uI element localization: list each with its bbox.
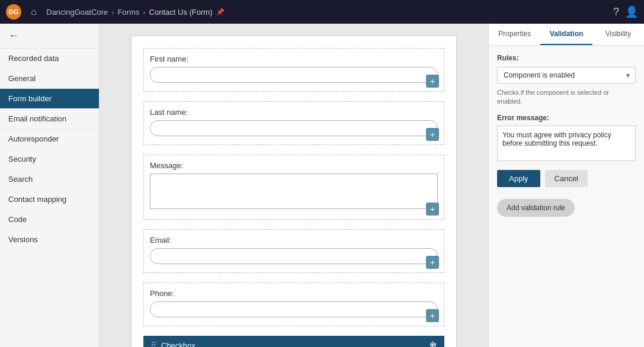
add-field-after-email[interactable]: + — [426, 256, 439, 269]
checkbox-component: ⠿ Checkbox 🗑 Privacy policy agreement: I… — [143, 336, 444, 347]
pin-icon: 📌 — [216, 8, 225, 16]
breadcrumb: DancingGoatCore › Forms › Contact Us (Fo… — [46, 8, 608, 17]
dropdown-hint-text: Checks if the component is selected or e… — [497, 88, 636, 107]
field-email-input[interactable] — [150, 248, 438, 264]
sidebar: ← Recorded data General Form builder Ema… — [0, 24, 100, 347]
field-message-input[interactable] — [150, 174, 438, 209]
add-field-after-message[interactable]: + — [426, 203, 439, 216]
add-validation-rule-button[interactable]: Add validation rule — [497, 199, 575, 217]
add-field-after-lastname[interactable]: + — [426, 128, 439, 141]
main-layout: ← Recorded data General Form builder Ema… — [0, 24, 644, 347]
field-first-name-label: First name: — [150, 54, 438, 63]
sidebar-item-contact-mapping[interactable]: Contact mapping — [0, 189, 99, 210]
drag-handle-icon[interactable]: ⠿ — [150, 340, 156, 347]
field-last-name: Last name: + — [143, 101, 444, 145]
sidebar-item-form-builder[interactable]: Form builder — [0, 89, 99, 109]
component-enabled-dropdown[interactable]: Component is enabled — [497, 67, 636, 83]
field-phone: Phone: + — [143, 282, 444, 326]
tab-visibility[interactable]: Visibility — [592, 24, 644, 45]
field-last-name-input[interactable] — [150, 120, 438, 136]
form-canvas-area: First name: + Last name: + Message: + Em… — [100, 24, 488, 347]
field-phone-label: Phone: — [150, 289, 438, 298]
sidebar-item-code[interactable]: Code — [0, 210, 99, 230]
field-first-name-input[interactable] — [150, 67, 438, 83]
form-canvas: First name: + Last name: + Message: + Em… — [131, 36, 457, 347]
field-first-name: First name: + — [143, 48, 444, 92]
sidebar-back-button[interactable]: ← — [0, 24, 99, 49]
field-email: Email: + — [143, 229, 444, 273]
sidebar-item-recorded-data[interactable]: Recorded data — [0, 49, 99, 69]
apply-button[interactable]: Apply — [497, 170, 540, 187]
sidebar-item-security[interactable]: Security — [0, 149, 99, 169]
breadcrumb-root[interactable]: DancingGoatCore — [46, 8, 108, 17]
error-message-textarea[interactable]: You must agree with privacy policy befor… — [497, 126, 636, 161]
sidebar-item-autoresponder[interactable]: Autoresponder — [0, 129, 99, 149]
user-icon[interactable]: 👤 — [625, 5, 638, 18]
field-message: Message: + — [143, 155, 444, 220]
cancel-button[interactable]: Cancel — [545, 170, 588, 187]
sidebar-item-search[interactable]: Search — [0, 169, 99, 189]
breadcrumb-sep-2: › — [143, 8, 145, 17]
sidebar-item-versions[interactable]: Versions — [0, 230, 99, 250]
topbar: DG ⌂ DancingGoatCore › Forms › Contact U… — [0, 0, 644, 24]
tab-validation[interactable]: Validation — [540, 24, 592, 45]
rules-label: Rules: — [497, 54, 636, 62]
add-field-after-phone[interactable]: + — [426, 309, 439, 322]
topbar-actions: ? 👤 — [613, 5, 638, 18]
error-message-label: Error message: — [497, 114, 636, 122]
checkbox-component-title: Checkbox — [161, 341, 424, 348]
panel-tabs: Properties Validation Visibility — [489, 24, 644, 46]
sidebar-item-general[interactable]: General — [0, 69, 99, 89]
breadcrumb-current: Contact Us (Form) — [149, 8, 213, 17]
help-icon[interactable]: ? — [613, 6, 619, 18]
field-message-label: Message: — [150, 161, 438, 170]
panel-actions: Apply Cancel — [497, 170, 636, 187]
delete-checkbox-button[interactable]: 🗑 — [429, 340, 437, 347]
add-field-after-firstname[interactable]: + — [426, 75, 439, 88]
checkbox-component-header: ⠿ Checkbox 🗑 — [145, 337, 443, 347]
breadcrumb-sep-1: › — [111, 8, 114, 17]
field-email-label: Email: — [150, 236, 438, 245]
field-last-name-label: Last name: — [150, 108, 438, 117]
right-panel: Properties Validation Visibility Rules: … — [488, 24, 644, 347]
home-icon[interactable]: ⌂ — [26, 4, 41, 20]
tab-properties[interactable]: Properties — [489, 24, 540, 45]
component-enabled-dropdown-wrap: Component is enabled ▼ — [497, 67, 636, 83]
field-phone-input[interactable] — [150, 301, 438, 317]
app-logo: DG — [6, 4, 21, 20]
panel-content: Rules: Component is enabled ▼ Checks if … — [489, 46, 644, 347]
breadcrumb-forms[interactable]: Forms — [117, 8, 139, 17]
sidebar-item-email-notification[interactable]: Email notification — [0, 109, 99, 129]
